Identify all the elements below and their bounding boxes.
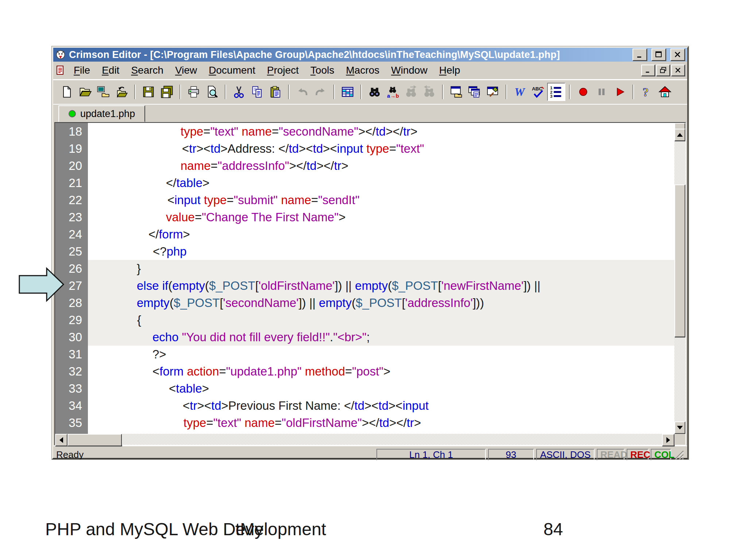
maximize-button[interactable] bbox=[651, 48, 666, 61]
tools-window-button[interactable] bbox=[484, 83, 502, 101]
code-token: = bbox=[206, 416, 213, 429]
find-next-button bbox=[402, 83, 420, 101]
child-close-button[interactable] bbox=[671, 65, 685, 76]
home-button[interactable] bbox=[656, 83, 674, 101]
print-button[interactable] bbox=[185, 83, 203, 101]
status-encoding: ASCII, DOS bbox=[536, 449, 595, 460]
save-button[interactable] bbox=[139, 83, 158, 101]
replace-button[interactable]: a→b bbox=[384, 83, 402, 101]
output-window-button[interactable] bbox=[465, 83, 484, 101]
code-line-29: 29{ bbox=[55, 311, 674, 328]
code-token: ></ bbox=[358, 125, 376, 138]
resize-grip[interactable] bbox=[673, 449, 684, 460]
scroll-left-button[interactable] bbox=[55, 434, 67, 446]
new-file-button[interactable] bbox=[58, 83, 76, 101]
record-macro-icon bbox=[577, 85, 590, 98]
code-token: ( bbox=[205, 279, 209, 292]
code-token: type bbox=[183, 416, 206, 429]
help-button[interactable]: ? bbox=[638, 83, 656, 101]
menu-item-tools[interactable]: Tools bbox=[305, 64, 340, 77]
project-window-button[interactable] bbox=[447, 83, 465, 101]
horizontal-scroll-thumb[interactable] bbox=[67, 434, 122, 446]
find-button[interactable] bbox=[365, 83, 384, 101]
word-wrap-button[interactable]: W bbox=[511, 83, 529, 101]
vertical-scrollbar[interactable] bbox=[674, 123, 685, 434]
play-macro-button[interactable] bbox=[611, 83, 629, 101]
play-macro-icon bbox=[613, 85, 626, 98]
open-file-button[interactable] bbox=[76, 83, 94, 101]
code-token: <? bbox=[153, 245, 167, 258]
code-token: method bbox=[305, 365, 345, 378]
code-token bbox=[302, 365, 305, 378]
cut-button[interactable] bbox=[230, 83, 248, 101]
menu-item-project[interactable]: Project bbox=[261, 64, 305, 77]
scroll-down-button[interactable] bbox=[674, 421, 685, 434]
close-button[interactable] bbox=[670, 48, 685, 61]
code-token: ]) || bbox=[335, 279, 355, 292]
svg-text:ABC: ABC bbox=[532, 86, 542, 92]
menu-item-help[interactable]: Help bbox=[433, 64, 466, 77]
open-file-icon bbox=[78, 85, 92, 98]
paste-button[interactable] bbox=[266, 83, 285, 101]
minimize-button[interactable] bbox=[632, 48, 647, 61]
code-token: > bbox=[202, 176, 209, 190]
spell-check-button[interactable]: ABC bbox=[529, 83, 547, 101]
menu-item-document[interactable]: Document bbox=[203, 64, 261, 77]
scroll-up-button[interactable] bbox=[674, 129, 685, 141]
menu-item-search[interactable]: Search bbox=[125, 64, 169, 77]
code-text: type="text" name="oldFirstName"></td></t… bbox=[88, 414, 674, 431]
code-token: >< bbox=[299, 142, 313, 155]
code-token: >< bbox=[364, 399, 379, 412]
save-all-button[interactable] bbox=[158, 83, 176, 101]
code-token: tr bbox=[189, 142, 196, 155]
code-token: td bbox=[376, 125, 386, 138]
save-icon bbox=[142, 85, 155, 98]
up-arrow-icon bbox=[677, 133, 683, 137]
child-restore-button[interactable] bbox=[656, 65, 670, 76]
code-token bbox=[201, 193, 204, 207]
horizontal-scroll-track[interactable] bbox=[122, 434, 662, 445]
vertical-scroll-thumb[interactable] bbox=[674, 184, 685, 337]
annotation-arrow bbox=[18, 265, 66, 304]
code-token: 'oldFirstName' bbox=[259, 279, 335, 292]
code-token: > bbox=[202, 382, 209, 395]
toolbar-separator bbox=[134, 85, 136, 99]
line-numbers-button[interactable]: 123 bbox=[547, 83, 565, 101]
menu-bar-items: FileEditSearchViewDocumentProjectToolsMa… bbox=[68, 64, 466, 77]
editor-frame: 18type="text" name="secondName"></td></t… bbox=[54, 122, 686, 446]
document-icon bbox=[55, 65, 65, 75]
line-number: 29 bbox=[55, 311, 88, 328]
menu-item-window[interactable]: Window bbox=[385, 64, 433, 77]
code-token: td bbox=[379, 399, 389, 412]
child-minimize-button[interactable] bbox=[641, 65, 655, 76]
scroll-right-button[interactable] bbox=[662, 434, 674, 446]
code-token: tr bbox=[190, 399, 197, 412]
tab-update1-php[interactable]: update1.php bbox=[58, 105, 145, 122]
code-token: ( bbox=[170, 296, 174, 310]
menu-item-macros[interactable]: Macros bbox=[340, 64, 385, 77]
open-remote-button[interactable] bbox=[94, 83, 112, 101]
code-token: td bbox=[354, 399, 364, 412]
grid-button[interactable] bbox=[338, 83, 357, 101]
print-preview-button[interactable] bbox=[203, 83, 221, 101]
find-prev-icon bbox=[423, 85, 436, 98]
tab-strip: update1.php bbox=[53, 104, 687, 122]
code-text: <table> bbox=[88, 380, 674, 397]
code-token: input bbox=[337, 142, 363, 155]
code-editor[interactable]: 18type="text" name="secondName"></td></t… bbox=[55, 123, 685, 434]
line-number: 22 bbox=[55, 191, 88, 209]
code-text: ?> bbox=[88, 346, 674, 363]
code-token: else if bbox=[137, 279, 168, 292]
code-token: { bbox=[137, 313, 141, 327]
menu-item-file[interactable]: File bbox=[68, 64, 96, 77]
menu-item-edit[interactable]: Edit bbox=[96, 64, 125, 77]
line-numbers-icon: 123 bbox=[550, 85, 563, 98]
code-line-25: 25<?php bbox=[55, 243, 674, 260]
close-folder-button[interactable] bbox=[112, 83, 131, 101]
undo-button bbox=[293, 83, 311, 101]
copy-button[interactable] bbox=[248, 83, 266, 101]
code-token: </ bbox=[166, 176, 176, 190]
menu-item-view[interactable]: View bbox=[169, 64, 203, 77]
horizontal-scrollbar[interactable] bbox=[55, 434, 685, 445]
record-macro-button[interactable] bbox=[574, 83, 592, 101]
